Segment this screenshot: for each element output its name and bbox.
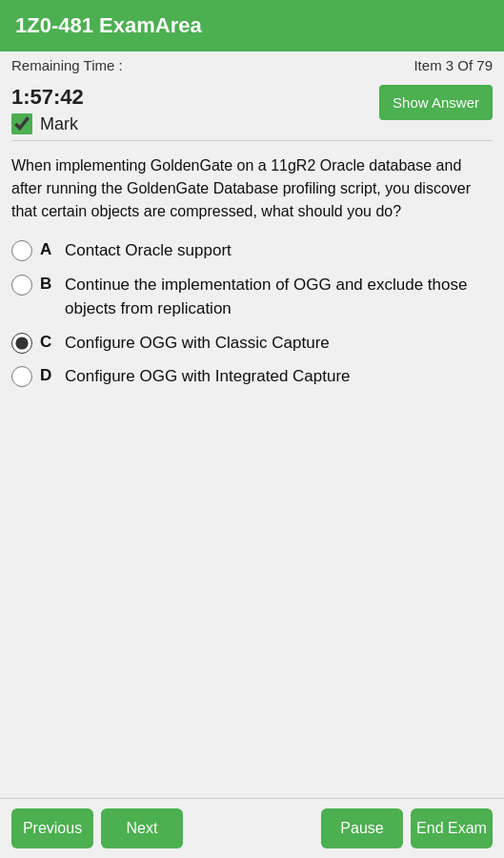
question-text: When implementing GoldenGate on a 11gR2 … <box>11 154 493 223</box>
end-exam-button[interactable]: End Exam <box>411 808 493 848</box>
option-letter-c: C <box>40 333 57 352</box>
option-letter-b: B <box>40 275 57 294</box>
option-letter-a: A <box>40 240 57 259</box>
option-radio-a[interactable] <box>11 240 32 261</box>
option-text-c: Configure OGG with Classic Capture <box>65 331 330 356</box>
mark-row: Mark <box>11 113 84 134</box>
option-text-d: Configure OGG with Integrated Capture <box>65 364 351 389</box>
app-title: 1Z0-481 ExamArea <box>15 13 202 37</box>
timer-mark-group: 1:57:42 Mark <box>11 85 84 134</box>
option-radio-b[interactable] <box>11 275 32 296</box>
app-header: 1Z0-481 ExamArea <box>0 0 504 51</box>
question-container: When implementing GoldenGate on a 11gR2 … <box>0 141 504 231</box>
timer-display: 1:57:42 <box>11 85 84 110</box>
option-item-b[interactable]: BContinue the implementation of OGG and … <box>11 273 493 321</box>
footer-spacer <box>191 808 313 848</box>
option-item-c[interactable]: CConfigure OGG with Classic Capture <box>11 331 493 356</box>
show-answer-button[interactable]: Show Answer <box>379 85 493 120</box>
previous-button[interactable]: Previous <box>11 808 93 848</box>
timer-row: 1:57:42 Mark Show Answer <box>0 79 504 140</box>
item-counter: Item 3 Of 79 <box>413 57 493 73</box>
mark-checkbox[interactable] <box>11 113 32 134</box>
option-text-b: Continue the implementation of OGG and e… <box>65 273 493 321</box>
options-container: AContact Oracle supportBContinue the imp… <box>0 231 504 602</box>
footer: Previous Next Pause End Exam <box>0 798 504 858</box>
option-radio-d[interactable] <box>11 366 32 387</box>
next-button[interactable]: Next <box>101 808 183 848</box>
option-letter-d: D <box>40 366 57 385</box>
remaining-time-label: Remaining Time : <box>11 57 123 73</box>
pause-button[interactable]: Pause <box>321 808 403 848</box>
option-text-a: Contact Oracle support <box>65 238 232 263</box>
mark-label[interactable]: Mark <box>40 114 78 134</box>
sub-header: Remaining Time : Item 3 Of 79 <box>0 51 504 79</box>
option-item-d[interactable]: DConfigure OGG with Integrated Capture <box>11 364 493 389</box>
spacer <box>0 602 504 798</box>
option-radio-c[interactable] <box>11 333 32 354</box>
option-item-a[interactable]: AContact Oracle support <box>11 238 493 263</box>
